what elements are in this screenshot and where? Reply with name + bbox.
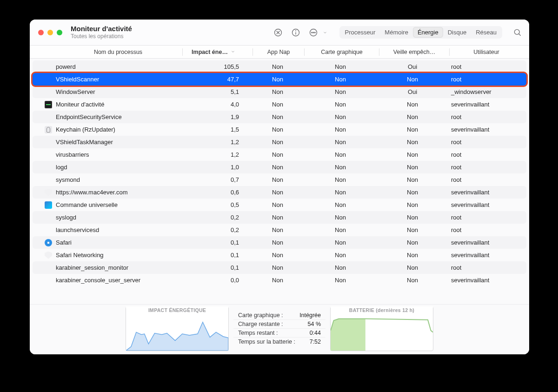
stat-value: Intégrée <box>299 312 321 319</box>
process-sleep: Non <box>378 264 447 271</box>
chevron-down-icon[interactable] <box>323 30 327 35</box>
search-icon[interactable] <box>512 27 523 38</box>
col-header-sleep[interactable]: Veille empêch… <box>379 49 449 55</box>
info-icon[interactable] <box>291 28 300 37</box>
process-appnap: Non <box>252 176 303 183</box>
process-gpu: Non <box>303 139 378 146</box>
process-gpu: Non <box>303 201 378 208</box>
process-appnap: Non <box>252 63 303 70</box>
col-header-appnap[interactable]: App Nap <box>253 49 304 55</box>
process-impact: 0,1 <box>182 252 252 259</box>
process-appnap: Non <box>252 264 303 271</box>
process-gpu: Non <box>303 113 378 120</box>
process-row[interactable]: Safari Networking0,1NonNonNonseverinvail… <box>33 249 526 261</box>
tab-processeur[interactable]: Processeur <box>340 27 380 38</box>
more-options-icon[interactable] <box>309 28 318 37</box>
battery-chart-panel: BATTERIE (dernières 12 h) <box>330 306 433 351</box>
tab-réseau[interactable]: Réseau <box>471 27 501 38</box>
process-appnap: Non <box>252 126 303 133</box>
process-gpu: Non <box>303 239 378 246</box>
process-sleep: Non <box>378 239 447 246</box>
process-appnap: Non <box>252 214 303 221</box>
battery-stats: Carte graphique :IntégréeCharge restante… <box>233 306 326 351</box>
process-impact: 4,0 <box>182 101 252 108</box>
process-impact: 0,2 <box>182 214 252 221</box>
process-impact: 1,5 <box>182 126 252 133</box>
process-row[interactable]: syslogd0,2NonNonNonroot <box>33 211 526 224</box>
process-row[interactable]: logd1,0NonNonNonroot <box>33 161 526 173</box>
col-header-gpu[interactable]: Carte graphique <box>305 49 379 55</box>
stop-process-icon[interactable] <box>273 28 283 37</box>
process-sleep: Non <box>378 252 447 259</box>
energy-chart-title: IMPACT ÉNERGÉTIQUE <box>126 306 228 314</box>
process-row[interactable]: sysmond0,7NonNonNonroot <box>33 173 526 186</box>
col-header-impact[interactable]: Impact éne… <box>183 49 252 55</box>
window-controls <box>38 30 62 35</box>
stat-value: 0:44 <box>310 330 321 336</box>
process-sleep: Non <box>378 176 447 183</box>
svg-point-8 <box>313 32 314 33</box>
process-appnap: Non <box>252 113 303 120</box>
process-row[interactable]: Commande universelle0,5NonNonNonseverinv… <box>33 199 526 211</box>
process-row[interactable]: https://www.mac4ever.com0,6NonNonNonseve… <box>33 186 526 199</box>
stat-value: 54 % <box>308 321 321 327</box>
process-user: root <box>447 113 517 120</box>
process-sleep: Non <box>378 113 447 120</box>
process-row[interactable]: Safari0,1NonNonNonseverinvaillant <box>33 236 526 249</box>
process-row[interactable]: karabiner_session_monitor0,1NonNonNonroo… <box>33 261 526 274</box>
stat-key: Carte graphique : <box>238 312 283 319</box>
process-sleep: Non <box>378 126 447 133</box>
col-header-name[interactable]: Nom du processus <box>43 49 182 55</box>
minimize-window-button[interactable] <box>47 30 53 35</box>
stat-row: Carte graphique :Intégrée <box>233 311 326 320</box>
col-header-user[interactable]: Utilisateur <box>450 49 519 55</box>
process-appnap: Non <box>252 189 303 196</box>
app-subtitle: Toutes les opérations <box>71 33 132 40</box>
process-row[interactable]: virusbarriers1,2NonNonNonroot <box>33 148 526 161</box>
process-row[interactable]: VShieldScanner47,7NonNonNonroot <box>33 73 526 86</box>
process-gpu: Non <box>303 101 378 108</box>
process-row[interactable]: Moniteur d'activité4,0NonNonNonseverinva… <box>33 98 526 111</box>
process-row[interactable]: karabiner_console_user_server0,0NonNonNo… <box>33 274 526 286</box>
app-title: Moniteur d'activité <box>71 25 132 33</box>
process-user: root <box>447 139 517 146</box>
process-name: launchservicesd <box>54 226 182 233</box>
process-row[interactable]: WindowServer5,1NonNonOui_windowserver <box>33 86 526 98</box>
process-sleep: Non <box>378 201 447 208</box>
process-sleep: Oui <box>378 63 447 70</box>
process-gpu: Non <box>303 164 378 171</box>
process-user: root <box>447 164 517 171</box>
energy-chart-panel: IMPACT ÉNERGÉTIQUE <box>126 306 229 351</box>
activity-monitor-app-icon <box>45 101 52 108</box>
process-sleep: Non <box>378 101 447 108</box>
zoom-window-button[interactable] <box>57 30 62 35</box>
process-sleep: Non <box>378 226 447 233</box>
energy-chart <box>126 317 228 351</box>
process-sleep: Non <box>378 214 447 221</box>
process-row[interactable]: powerd105,5NonNonOuiroot <box>33 60 526 73</box>
process-impact: 1,2 <box>182 151 252 158</box>
svg-point-9 <box>314 32 315 33</box>
process-gpu: Non <box>303 226 378 233</box>
process-user: root <box>447 176 517 183</box>
process-impact: 5,1 <box>182 88 252 95</box>
tab-disque[interactable]: Disque <box>443 27 471 38</box>
process-impact: 1,0 <box>182 164 252 171</box>
process-row[interactable]: launchservicesd0,2NonNonNonroot <box>33 224 526 236</box>
keychain-app-icon <box>45 126 52 133</box>
process-sleep: Non <box>378 76 447 83</box>
process-row[interactable]: Keychain (RzUpdater)1,5NonNonNonseverinv… <box>33 123 526 136</box>
process-user: root <box>447 63 517 70</box>
tab-mémoire[interactable]: Mémoire <box>380 27 413 38</box>
close-window-button[interactable] <box>38 30 44 35</box>
shield-icon <box>45 252 52 259</box>
process-gpu: Non <box>303 88 378 95</box>
process-row[interactable]: VShieldTaskManager1,2NonNonNonroot <box>33 136 526 148</box>
process-gpu: Non <box>303 277 378 284</box>
titlebar: Moniteur d'activité Toutes les opération… <box>30 20 529 46</box>
stat-row: Charge restante :54 % <box>233 320 326 329</box>
process-impact: 0,7 <box>182 176 252 183</box>
tab-énergie[interactable]: Énergie <box>413 27 443 38</box>
process-row[interactable]: EndpointSecurityService1,9NonNonNonroot <box>33 111 526 123</box>
process-name: virusbarriers <box>54 151 182 158</box>
